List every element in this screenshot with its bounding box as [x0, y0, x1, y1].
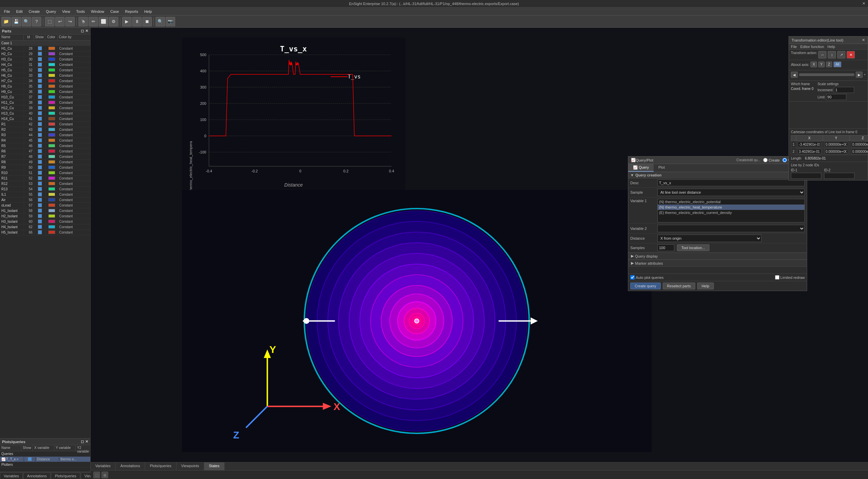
nav-prev-btn[interactable]: ◀ — [791, 72, 798, 78]
case-row[interactable]: Case 1 — [0, 41, 90, 46]
axis-z-btn[interactable]: Z — [826, 62, 832, 67]
part-show[interactable] — [34, 105, 45, 111]
transform-close-btn[interactable]: ✕ — [862, 38, 865, 42]
show-checkbox[interactable] — [38, 46, 42, 50]
menu-help[interactable]: Help — [141, 9, 155, 14]
toolbar-play-btn[interactable]: ▶ — [122, 17, 132, 26]
list-item[interactable]: H10_Cu 37 Constant — [0, 95, 90, 100]
list-item[interactable]: oLead 57 Constant — [0, 203, 90, 208]
part-show[interactable] — [34, 197, 45, 203]
list-item[interactable]: H3_Isolant 60 Constant — [0, 219, 90, 224]
toolbar-camera-btn[interactable]: 📷 — [166, 17, 175, 26]
id2-input[interactable] — [824, 173, 854, 179]
part-color[interactable] — [45, 90, 57, 94]
show-checkbox[interactable] — [38, 219, 42, 223]
show-checkbox[interactable] — [38, 165, 42, 169]
part-color[interactable] — [45, 230, 57, 235]
limited-redraw-checkbox[interactable] — [775, 275, 779, 280]
show-checkbox[interactable] — [38, 111, 42, 115]
coord-x2-input[interactable] — [798, 149, 821, 154]
part-color[interactable] — [45, 144, 57, 148]
part-color[interactable] — [45, 209, 57, 213]
toolbar-open-btn[interactable]: 📁 — [1, 17, 11, 26]
list-item[interactable]: R3 44 Constant — [0, 133, 90, 138]
part-show[interactable] — [34, 100, 45, 105]
toolbar-save-btn[interactable]: 💾 — [11, 17, 21, 26]
list-item[interactable]: R1 42 Constant — [0, 122, 90, 127]
axis-x-btn[interactable]: X — [811, 62, 817, 67]
show-checkbox[interactable] — [38, 100, 42, 104]
coord-z2-input[interactable] — [851, 149, 868, 154]
part-show[interactable] — [34, 62, 45, 68]
part-color[interactable] — [45, 149, 57, 154]
show-checkbox[interactable] — [38, 117, 42, 121]
toolbar-btn3[interactable]: 🔍 — [22, 17, 31, 26]
part-show[interactable] — [34, 154, 45, 160]
transform-btn4[interactable]: ✕ — [847, 51, 855, 58]
menu-tools[interactable]: Tools — [73, 9, 88, 14]
list-item[interactable]: H5_Isolant 66 Constant — [0, 230, 90, 235]
part-show[interactable] — [34, 111, 45, 116]
list-item[interactable]: H11_Cu 38 Constant — [0, 100, 90, 105]
part-color[interactable] — [45, 95, 57, 100]
nav-tab-states[interactable]: States — [204, 462, 225, 470]
show-checkbox[interactable] — [38, 138, 42, 142]
samples-input[interactable] — [657, 244, 674, 251]
part-show[interactable] — [34, 57, 45, 62]
query-show-checkbox[interactable] — [28, 457, 32, 461]
coord-y2-input[interactable] — [824, 149, 848, 154]
transform-btn2[interactable]: ↕ — [828, 51, 836, 58]
list-item[interactable]: H4_Cu 31 Constant — [0, 62, 90, 68]
query-row[interactable]: 📈 T_T_x ✕ Distance thermo e... — [0, 457, 90, 462]
limit-input[interactable] — [826, 94, 846, 100]
toolbar-btn7[interactable]: ↪ — [65, 17, 75, 26]
show-checkbox[interactable] — [38, 225, 42, 229]
tool-location-btn[interactable]: Tool location... — [677, 244, 709, 251]
create-radio[interactable] — [763, 158, 768, 162]
part-show[interactable] — [34, 78, 45, 84]
menu-edit[interactable]: Edit — [14, 9, 25, 14]
part-show[interactable] — [34, 149, 45, 154]
part-show[interactable] — [34, 203, 45, 208]
part-color[interactable] — [45, 187, 57, 192]
part-color[interactable] — [45, 111, 57, 116]
show-checkbox[interactable] — [38, 154, 42, 159]
part-show[interactable] — [34, 192, 45, 197]
list-item[interactable]: R7 48 Constant — [0, 154, 90, 160]
tab-plots-queries[interactable]: Plots/queries — [51, 473, 80, 479]
part-show[interactable] — [34, 95, 45, 100]
add-btn[interactable]: + — [864, 73, 866, 76]
list-item[interactable]: R11 52 Constant — [0, 176, 90, 181]
queries-group[interactable]: Queries — [0, 451, 90, 457]
toolbar-btn6[interactable]: ↩ — [55, 17, 65, 26]
list-item[interactable]: Air 56 Constant — [0, 197, 90, 203]
part-show[interactable] — [34, 219, 45, 224]
transform-menu-help[interactable]: Help — [827, 45, 835, 49]
list-item[interactable]: R10 51 Constant — [0, 170, 90, 176]
part-show[interactable] — [34, 208, 45, 214]
show-checkbox[interactable] — [38, 171, 42, 175]
list-item[interactable]: H4_Isolant 62 Constant — [0, 224, 90, 230]
part-color[interactable] — [45, 84, 57, 89]
var-heat-temperature[interactable]: (N) thermo_electric_heat_temperature — [658, 205, 804, 210]
show-checkbox[interactable] — [38, 79, 42, 83]
variable2-select[interactable] — [657, 225, 805, 232]
part-show[interactable] — [34, 133, 45, 138]
list-item[interactable]: H14_Cu 41 Constant — [0, 116, 90, 122]
part-show[interactable] — [34, 68, 45, 73]
toolbar-btn10[interactable]: ⬜ — [99, 17, 108, 26]
menu-query[interactable]: Query — [43, 9, 59, 14]
marker-attributes-header[interactable]: ▶ Marker attributes — [628, 260, 807, 267]
show-checkbox[interactable] — [38, 198, 42, 202]
list-item[interactable]: R12 53 Constant — [0, 181, 90, 187]
show-checkbox[interactable] — [38, 214, 42, 218]
coord-z1-input[interactable] — [851, 142, 868, 147]
status-icon1[interactable]: ⬚ — [93, 472, 100, 478]
transform-btn3[interactable]: ↗ — [837, 51, 845, 58]
var-current-density[interactable]: (E) thermo_electric_electric_current_den… — [658, 210, 804, 215]
menu-reports[interactable]: Reports — [122, 9, 141, 14]
part-show[interactable] — [34, 187, 45, 192]
part-show[interactable] — [34, 165, 45, 170]
tab-plot[interactable]: Plot — [654, 164, 670, 172]
list-item[interactable]: H12_Cu 39 Constant — [0, 105, 90, 111]
